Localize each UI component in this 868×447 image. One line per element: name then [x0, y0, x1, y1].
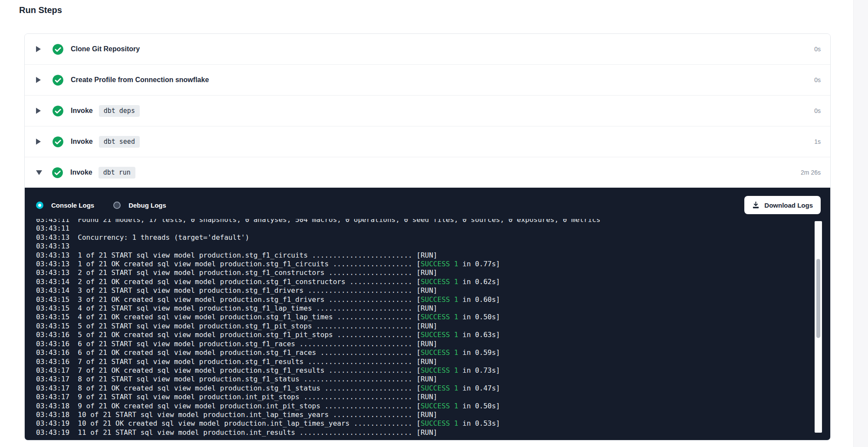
log-line: 03:43:14 2 of 21 OK created sql view mod… [36, 278, 812, 286]
step-duration: 0s [814, 46, 821, 53]
log-type-radios: Console Logs Debug Logs [36, 202, 166, 209]
log-line: 03:43:18 10 of 21 START sql view model p… [36, 411, 812, 419]
run-step-row[interactable]: Clone Git Repository0s [25, 34, 830, 64]
run-step-row[interactable]: Create Profile from Connection snowflake… [25, 64, 830, 95]
chevron-down-icon [36, 170, 42, 175]
check-circle-icon [52, 43, 64, 55]
log-line: 03:43:16 5 of 21 OK created sql view mod… [36, 331, 812, 339]
log-line: 03:43:16 6 of 21 OK created sql view mod… [36, 348, 812, 357]
log-line: 03:43:15 3 of 21 OK created sql view mod… [36, 295, 812, 304]
check-circle-icon [52, 74, 64, 86]
debug-logs-label: Debug Logs [128, 202, 166, 209]
log-line: 03:43:13 [36, 242, 812, 251]
log-line: 03:43:17 9 of 21 START sql view model pr… [36, 393, 812, 401]
page-title: Run Steps [19, 5, 62, 15]
log-line: 03:43:13 2 of 21 START sql view model pr… [36, 268, 812, 277]
log-line: 03:43:16 6 of 21 START sql view model pr… [36, 340, 812, 348]
log-line: 03:43:15 4 of 21 START sql view model pr… [36, 304, 812, 313]
step-command-badge: dbt run [99, 167, 135, 179]
radio-selected-icon [36, 202, 43, 209]
step-label: Invoke [70, 169, 92, 176]
log-line: 03:43:15 4 of 21 OK created sql view mod… [36, 313, 812, 321]
run-details-page: Run Steps Clone Git Repository0sCreate P… [0, 0, 868, 447]
run-step-row[interactable]: Invokedbt run2m 26s [25, 157, 830, 188]
console-log-output[interactable]: 03:43:11 Found 21 models, 17 tests, 0 sn… [36, 219, 812, 437]
log-line: 03:43:16 7 of 21 START sql view model pr… [36, 358, 812, 366]
log-line: 03:43:15 5 of 21 START sql view model pr… [36, 322, 812, 331]
log-line: 03:43:17 7 of 21 OK created sql view mod… [36, 366, 812, 375]
log-line: 03:43:19 10 of 21 OK created sql view mo… [36, 419, 812, 428]
run-step-row[interactable]: Invokedbt seed1s [25, 126, 830, 157]
step-label: Clone Git Repository [71, 45, 140, 53]
step-duration: 1s [814, 138, 821, 145]
check-circle-icon [52, 105, 64, 117]
log-line: 03:43:13 Concurrency: 1 threads (target=… [36, 233, 812, 242]
log-scrollbar-thumb[interactable] [816, 259, 820, 338]
chevron-right-icon [36, 77, 41, 83]
log-line: 03:43:17 8 of 21 OK created sql view mod… [36, 384, 812, 393]
check-circle-icon [52, 136, 64, 148]
log-line: 03:43:19 11 of 21 START sql view model p… [36, 428, 812, 437]
log-line: 03:43:13 1 of 21 START sql view model pr… [36, 251, 812, 260]
log-panel: Console Logs Debug Logs Download Logs [25, 188, 830, 440]
log-line: 03:43:17 8 of 21 START sql view model pr… [36, 375, 812, 384]
step-command-badge: dbt deps [99, 105, 140, 117]
check-circle-icon [52, 167, 63, 179]
log-lines: 03:43:11 Found 21 models, 17 tests, 0 sn… [36, 219, 812, 437]
chevron-right-icon [36, 46, 41, 52]
step-duration: 0s [814, 107, 821, 114]
step-label: Invoke [71, 138, 93, 146]
step-label: Invoke [71, 107, 93, 115]
log-panel-header: Console Logs Debug Logs Download Logs [25, 188, 830, 219]
download-icon [752, 202, 760, 209]
log-line: 03:43:11 Found 21 models, 17 tests, 0 sn… [36, 219, 812, 224]
log-line: 03:43:18 9 of 21 OK created sql view mod… [36, 402, 812, 411]
download-logs-button[interactable]: Download Logs [744, 196, 821, 214]
run-steps-list: Clone Git Repository0sCreate Profile fro… [25, 34, 830, 188]
log-line: 03:43:13 1 of 21 OK created sql view mod… [36, 260, 812, 268]
debug-logs-radio[interactable]: Debug Logs [113, 202, 166, 209]
console-logs-label: Console Logs [51, 202, 94, 209]
run-step-row[interactable]: Invokedbt deps0s [25, 95, 830, 126]
step-duration: 2m 26s [801, 169, 821, 176]
radio-unselected-icon [113, 202, 121, 209]
log-line: 03:43:11 [36, 224, 812, 233]
log-line: 03:43:14 3 of 21 START sql view model pr… [36, 286, 812, 295]
chevron-right-icon [36, 108, 41, 114]
step-label: Create Profile from Connection snowflake [71, 76, 209, 84]
step-command-badge: dbt seed [99, 136, 140, 148]
download-logs-label: Download Logs [764, 202, 813, 209]
chevron-right-icon [36, 139, 41, 145]
page-right-gutter [853, 0, 868, 447]
log-scrollbar[interactable] [815, 221, 822, 433]
run-steps-card: Clone Git Repository0sCreate Profile fro… [24, 33, 831, 440]
step-duration: 0s [814, 76, 821, 83]
console-logs-radio[interactable]: Console Logs [36, 202, 94, 209]
